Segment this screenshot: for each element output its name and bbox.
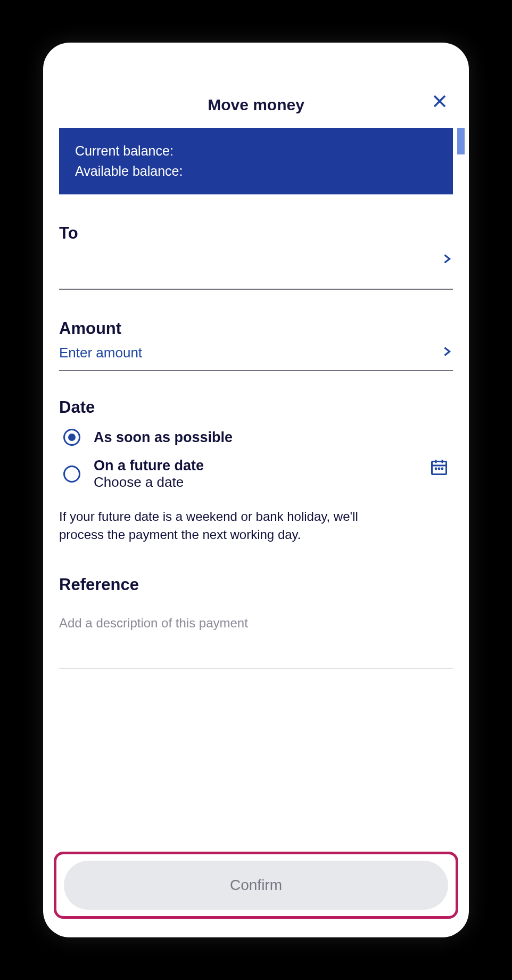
svg-point-8: [442, 468, 443, 469]
radio-button-icon: [63, 429, 80, 446]
date-note: If your future date is a weekend or bank…: [59, 508, 389, 543]
radio-asap-label: As soon as possible: [94, 429, 233, 446]
chevron-right-icon: [441, 342, 453, 363]
close-icon[interactable]: [432, 93, 448, 111]
calendar-icon[interactable]: [430, 458, 449, 479]
reference-input[interactable]: Add a description of this payment: [59, 616, 453, 669]
app-screen: Move money Current balance: Available ba…: [43, 43, 469, 937]
page-title: Move money: [59, 96, 453, 114]
reference-placeholder: Add a description of this payment: [59, 616, 453, 631]
radio-future-date[interactable]: On a future date Choose a date: [63, 458, 204, 491]
to-section: To: [43, 224, 469, 290]
date-section: Date As soon as possible On a future dat…: [43, 398, 469, 543]
balance-card: Current balance: Available balance:: [59, 128, 453, 194]
confirm-highlight-box: Confirm: [54, 852, 458, 919]
amount-section: Amount Enter amount: [43, 319, 469, 371]
amount-row[interactable]: Enter amount: [59, 342, 453, 371]
radio-future-label: On a future date: [94, 458, 204, 474]
radio-future-sub: Choose a date: [94, 474, 204, 491]
reference-label: Reference: [59, 575, 453, 594]
svg-point-7: [439, 468, 440, 469]
reference-section: Reference Add a description of this paym…: [43, 575, 469, 669]
radio-selected-dot: [68, 434, 76, 441]
date-label: Date: [59, 398, 453, 417]
current-balance-label: Current balance:: [75, 141, 437, 161]
svg-point-6: [435, 468, 436, 469]
chevron-right-icon: [441, 250, 453, 270]
radio-button-icon: [63, 466, 80, 483]
amount-label: Amount: [59, 319, 453, 338]
amount-placeholder: Enter amount: [59, 345, 142, 361]
to-label: To: [59, 224, 453, 243]
radio-asap[interactable]: As soon as possible: [63, 429, 453, 446]
to-select-row[interactable]: [59, 247, 453, 290]
available-balance-label: Available balance:: [75, 161, 437, 182]
confirm-button[interactable]: Confirm: [64, 861, 448, 910]
header: Move money: [43, 43, 469, 125]
